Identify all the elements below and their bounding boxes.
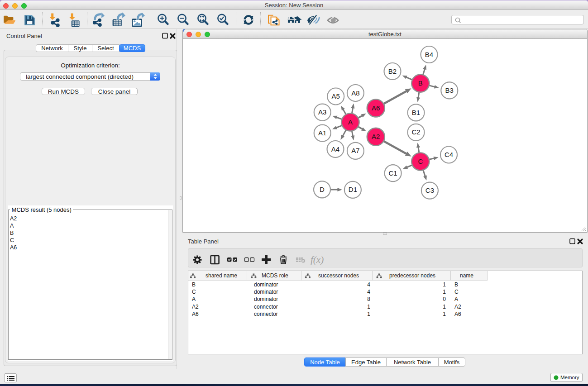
- svg-text:A1: A1: [318, 129, 326, 137]
- svg-text:A8: A8: [351, 89, 359, 97]
- svg-text:C2: C2: [411, 128, 420, 136]
- svg-text:A6: A6: [372, 104, 380, 112]
- svg-text:C4: C4: [445, 151, 453, 158]
- svg-text:A: A: [348, 118, 353, 126]
- svg-text:B1: B1: [412, 109, 420, 116]
- svg-text:B3: B3: [445, 86, 454, 94]
- svg-text:A4: A4: [331, 145, 339, 153]
- svg-text:B: B: [418, 79, 423, 87]
- svg-text:B4: B4: [425, 51, 433, 58]
- svg-text:C1: C1: [389, 169, 397, 177]
- svg-text:C3: C3: [425, 186, 434, 194]
- svg-text:A2: A2: [372, 133, 380, 140]
- svg-text:A7: A7: [351, 147, 359, 154]
- svg-text:B2: B2: [388, 67, 397, 75]
- svg-text:D1: D1: [349, 186, 357, 193]
- svg-text:f(x): f(x): [311, 254, 324, 265]
- svg-text:A5: A5: [332, 92, 340, 100]
- svg-text:C: C: [418, 157, 423, 165]
- svg-text:A3: A3: [318, 108, 326, 116]
- svg-text:D: D: [320, 186, 325, 193]
